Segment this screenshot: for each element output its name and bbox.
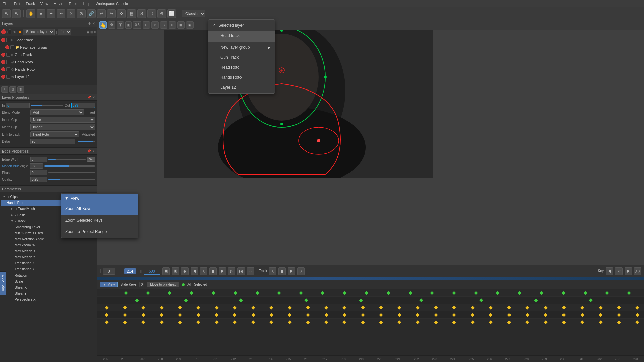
kf-1-18[interactable] xyxy=(496,291,499,295)
kf-yellow-yellow-row-3-28[interactable] xyxy=(617,320,621,324)
kf-yellow-yellow-row-2-27[interactable] xyxy=(599,313,602,317)
kf-yellow-yellow-row-3-1[interactable] xyxy=(123,320,127,324)
kf-yellow-yellow-row-3-6[interactable] xyxy=(215,320,218,324)
tool-pen[interactable]: ✒ xyxy=(57,9,65,18)
kf-yellow-yellow-row-2-4[interactable] xyxy=(178,313,182,317)
kf-yellow-yellow-row-2-26[interactable] xyxy=(580,313,584,317)
menu-help[interactable]: Help xyxy=(83,2,90,6)
kf-yellow-yellow-row-1-26[interactable] xyxy=(580,306,584,309)
viewer-channel-r[interactable]: R xyxy=(143,21,150,29)
tl-clip-btn1[interactable]: ▣ xyxy=(162,267,170,275)
kf-yellow-yellow-row-1-1[interactable] xyxy=(123,306,127,309)
kf-yellow-yellow-row-1-6[interactable] xyxy=(215,306,218,309)
tl-key-next[interactable]: ▶ xyxy=(625,267,632,275)
kf-yellow-yellow-row-1-24[interactable] xyxy=(544,306,547,309)
kf-1-9[interactable] xyxy=(299,291,303,295)
kf-yellow-yellow-row-1-19[interactable] xyxy=(452,306,456,309)
kf-yellow-yellow-row-3-27[interactable] xyxy=(599,320,602,324)
tl-play[interactable]: ▶ xyxy=(219,267,226,275)
dropdown-layer12[interactable]: Layer 12 xyxy=(208,82,275,93)
param-shear-y[interactable]: Shear Y xyxy=(1,290,96,296)
tl-clip-btn2[interactable]: ▣ xyxy=(172,267,179,275)
viewer-overlay-toggle[interactable]: ▣ xyxy=(125,21,132,29)
kf-yellow-yellow-row-2-14[interactable] xyxy=(361,313,365,317)
viewer-info-btn[interactable]: ⓘ xyxy=(117,21,124,29)
layer-row-head-roto[interactable]: ◎ Head Roto xyxy=(0,58,97,66)
kf-yellow-yellow-row-2-11[interactable] xyxy=(306,313,310,317)
in-field[interactable]: 0 xyxy=(6,103,30,108)
kf-yellow-yellow-row-1-2[interactable] xyxy=(142,306,145,309)
kf-yellow-yellow-row-2-25[interactable] xyxy=(562,313,566,317)
tool-select-arrow2[interactable]: ↖ xyxy=(12,9,21,18)
kf-yellow-yellow-row-1-22[interactable] xyxy=(507,306,511,309)
menu-workspace[interactable]: Workspace: Classic xyxy=(96,2,128,6)
tool-connect[interactable]: ⊕ xyxy=(157,9,166,18)
kf-yellow-yellow-row-2-29[interactable] xyxy=(635,313,639,317)
kf-1-23[interactable] xyxy=(605,291,609,295)
delete-layer-btn[interactable]: 🗑 xyxy=(17,86,24,93)
kf-1-5[interactable] xyxy=(212,291,215,295)
kf-yellow-yellow-row-1-18[interactable] xyxy=(434,306,438,309)
viewer-settings-btn[interactable]: ⚙ xyxy=(108,21,115,29)
param-perspective-x[interactable]: Perspective X xyxy=(1,296,96,302)
kf-yellow-yellow-row-1-25[interactable] xyxy=(562,306,566,309)
matte-clip-select[interactable]: Import xyxy=(30,124,95,130)
viewer-channel-g[interactable]: G xyxy=(151,21,159,29)
tl-go-end[interactable]: ⏭ xyxy=(237,267,245,275)
viewer-numpad[interactable]: 0.5 xyxy=(133,21,141,29)
kf-1-11[interactable] xyxy=(343,291,346,295)
view-btn[interactable]: ▼ View xyxy=(100,282,118,287)
kf-yellow-yellow-row-2-7[interactable] xyxy=(233,313,236,317)
kf-yellow-yellow-row-2-3[interactable] xyxy=(160,313,163,317)
kf-yellow-yellow-row-2-13[interactable] xyxy=(343,313,346,317)
layer-props-pin[interactable]: 📌 xyxy=(87,96,91,99)
layer-row-head-track[interactable]: ▷ Head track xyxy=(0,36,97,44)
kf-yellow-yellow-row-3-2[interactable] xyxy=(142,320,145,324)
layer-row-layer12[interactable]: ◎ Layer 12 xyxy=(0,73,97,80)
layer-row-hands-roto[interactable]: ◎ Hands Roto xyxy=(0,66,97,73)
tool-square[interactable]: ⬜ xyxy=(167,9,176,18)
param-trans-x[interactable]: Translation X xyxy=(1,260,96,266)
kf-1-19[interactable] xyxy=(518,291,521,295)
tool-hand[interactable]: ✋ xyxy=(26,9,35,18)
tl-loop[interactable]: ↔ xyxy=(247,267,254,275)
menu-track[interactable]: Track xyxy=(26,2,35,6)
kf-yellow-yellow-row-1-29[interactable] xyxy=(635,306,639,309)
kf-1-6[interactable] xyxy=(233,291,237,295)
kf-yellow-yellow-row-3-16[interactable] xyxy=(397,320,401,324)
menu-movie[interactable]: Movie xyxy=(53,2,63,6)
dropdown-new-group[interactable]: New layer group ▶ xyxy=(208,42,275,52)
kf-1-2[interactable] xyxy=(146,291,150,295)
kf-yellow-yellow-row-2-9[interactable] xyxy=(269,313,273,317)
kf-1-22[interactable] xyxy=(583,291,587,295)
tl-track-play[interactable]: ▶ xyxy=(288,267,295,275)
add-layer-btn[interactable]: + xyxy=(1,86,8,93)
kf-yellow-yellow-row-2-15[interactable] xyxy=(379,313,383,317)
kf-yellow-yellow-row-3-10[interactable] xyxy=(288,320,291,324)
kf-yellow-yellow-row-1-13[interactable] xyxy=(343,306,346,309)
tl-track-prev[interactable]: ◁ xyxy=(269,267,276,275)
kf-yellow-yellow-row-2-19[interactable] xyxy=(452,313,456,317)
kf-yellow-yellow-row-1-4[interactable] xyxy=(178,306,182,309)
tool-select-arrow[interactable]: ↖ xyxy=(2,9,11,18)
edge-props-close[interactable]: ✕ xyxy=(92,149,95,153)
kf-2-7[interactable] xyxy=(479,298,483,302)
param-trans-y[interactable]: Translation Y xyxy=(1,266,96,272)
viewer-icon3[interactable]: ≡ xyxy=(94,30,96,34)
tl-track-next[interactable]: ▷ xyxy=(297,267,305,275)
tool-dots[interactable]: ⁞⁞ xyxy=(147,9,156,18)
tl-key-prev[interactable]: ◀ xyxy=(606,267,613,275)
dropdown-gun-track[interactable]: Gun Track xyxy=(208,52,275,62)
kf-1-7[interactable] xyxy=(255,291,259,295)
tool-cross[interactable]: ✛ xyxy=(117,9,126,18)
kf-yellow-yellow-row-2-22[interactable] xyxy=(507,313,511,317)
tl-prev-fast[interactable]: ◁ xyxy=(200,267,207,275)
kf-yellow-yellow-row-3-25[interactable] xyxy=(562,320,566,324)
dropdown-selected-layer[interactable]: ✓ Selected layer xyxy=(208,20,275,31)
layer-eye-icon[interactable]: 👁 xyxy=(13,30,16,34)
menu-edit[interactable]: Edit xyxy=(14,2,20,6)
tool-circle[interactable]: ● xyxy=(37,9,45,18)
param-rotation[interactable]: Rotation xyxy=(1,272,96,278)
tool-add[interactable]: ✦ xyxy=(47,9,55,18)
kf-yellow-yellow-row-1-17[interactable] xyxy=(416,306,420,309)
